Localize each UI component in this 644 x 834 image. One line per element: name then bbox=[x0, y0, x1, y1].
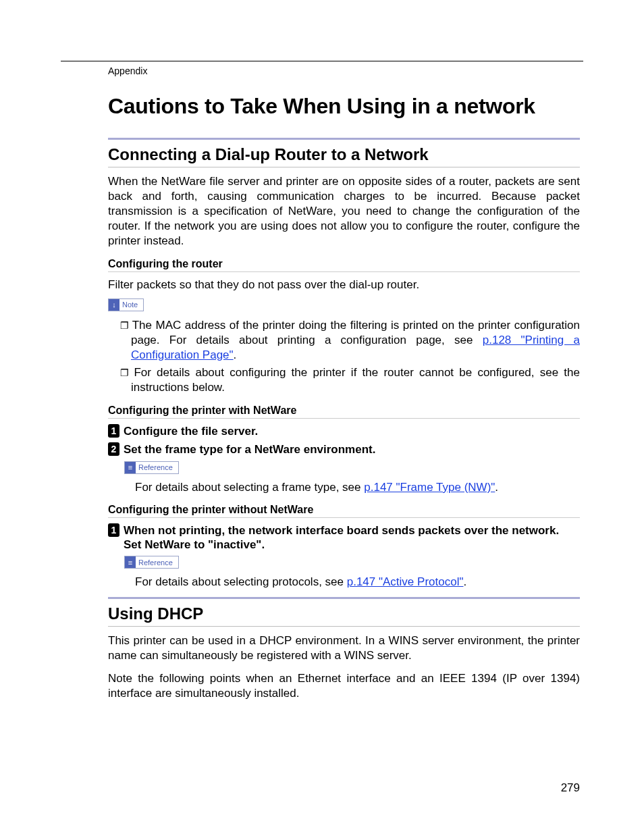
list-item: For details about configuring the printe… bbox=[108, 365, 580, 395]
section-rule bbox=[108, 138, 580, 140]
paragraph: Note the following points when an Ethern… bbox=[108, 671, 580, 701]
step-number-icon: 1 bbox=[108, 424, 119, 438]
reference-label: Reference bbox=[136, 556, 178, 568]
paragraph: Filter packets so that they do not pass … bbox=[108, 278, 580, 292]
page-number: 279 bbox=[561, 781, 580, 795]
note-badge: ↓ Note bbox=[108, 298, 144, 311]
note-label: Note bbox=[119, 299, 143, 311]
arrow-down-icon: ↓ bbox=[109, 299, 119, 311]
step-number-icon: 2 bbox=[108, 442, 119, 456]
step-text: When not printing, the network interface… bbox=[124, 523, 580, 552]
sub-heading-router: Configuring the router bbox=[108, 258, 580, 270]
paragraph: When the NetWare file server and printer… bbox=[108, 174, 580, 249]
note-text: . bbox=[234, 348, 237, 361]
sub-heading-without-netware: Configuring the printer without NetWare bbox=[108, 504, 580, 516]
section-rule bbox=[108, 597, 580, 599]
section-heading-dialup: Connecting a Dial-up Router to a Network bbox=[108, 145, 580, 164]
breadcrumb: Appendix bbox=[108, 66, 583, 76]
content-area: Cautions to Take When Using in a network… bbox=[108, 94, 580, 701]
divider bbox=[108, 418, 580, 419]
page-title: Cautions to Take When Using in a network bbox=[108, 94, 580, 119]
document-icon: ≡ bbox=[125, 556, 136, 568]
reference-block: ≡ Reference bbox=[124, 459, 580, 478]
reference-label: Reference bbox=[136, 462, 178, 473]
step-text: Configure the file server. bbox=[124, 424, 258, 438]
reference-badge: ≡ Reference bbox=[124, 461, 179, 474]
note-list: The MAC address of the printer doing the… bbox=[108, 318, 580, 395]
divider bbox=[108, 167, 580, 167]
link-active-protocol[interactable]: p.147 "Active Protocol" bbox=[347, 575, 464, 588]
paragraph: This printer can be used in a DHCP envir… bbox=[108, 633, 580, 663]
step-1: 1 Configure the file server. bbox=[108, 424, 580, 438]
list-item: The MAC address of the printer doing the… bbox=[108, 318, 580, 363]
step-1: 1 When not printing, the network interfa… bbox=[108, 523, 580, 552]
step-2: 2 Set the frame type for a NetWare envir… bbox=[108, 442, 580, 457]
step-text: Set the frame type for a NetWare environ… bbox=[124, 442, 375, 457]
header-rule bbox=[61, 61, 583, 61]
step-number-icon: 1 bbox=[108, 523, 119, 537]
divider bbox=[108, 271, 580, 272]
document-icon: ≡ bbox=[125, 462, 136, 473]
reference-text: For details about selecting a frame type… bbox=[135, 481, 580, 494]
divider bbox=[108, 517, 580, 518]
reference-block: ≡ Reference bbox=[124, 553, 580, 573]
link-frame-type[interactable]: p.147 "Frame Type (NW)" bbox=[364, 481, 495, 494]
section-heading-dhcp: Using DHCP bbox=[108, 604, 580, 623]
reference-text: For details about selecting protocols, s… bbox=[135, 575, 580, 589]
reference-badge: ≡ Reference bbox=[124, 556, 179, 569]
divider bbox=[108, 626, 580, 627]
sub-heading-with-netware: Configuring the printer with NetWare bbox=[108, 405, 580, 417]
page: Appendix Cautions to Take When Using in … bbox=[0, 0, 644, 834]
